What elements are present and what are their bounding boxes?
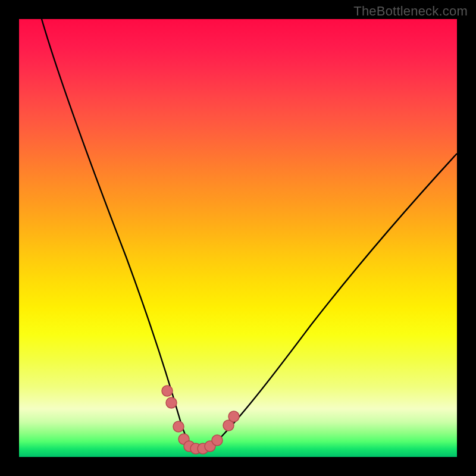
plot-area [19,19,457,457]
curve-left-branch [42,19,193,448]
marker-dot [228,411,239,422]
curve-right-branch [193,154,457,449]
marker-dot [212,435,223,446]
marker-dot [162,386,173,396]
curve-layer [19,19,457,457]
outer-frame: TheBottleneck.com [0,0,476,476]
marker-dot [166,397,177,408]
watermark-text: TheBottleneck.com [353,4,468,19]
marker-dot [173,421,184,432]
